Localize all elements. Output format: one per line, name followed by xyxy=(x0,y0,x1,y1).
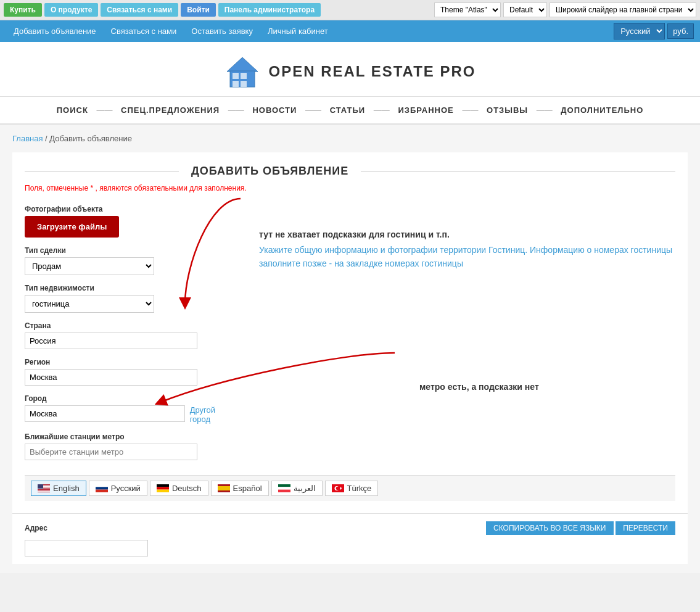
svg-rect-21 xyxy=(218,486,230,490)
lang-tab-ru[interactable]: Русский xyxy=(89,481,147,496)
lang-tab-ar[interactable]: العربية xyxy=(271,481,323,496)
nav-articles[interactable]: СТАТЬИ xyxy=(325,105,371,115)
nav-more[interactable]: ДОПОЛНИТЕЛЬНО xyxy=(556,105,648,115)
slider-select[interactable]: Широкий слайдер на главной страни xyxy=(550,2,696,17)
arrow-2 xyxy=(284,341,407,415)
svg-rect-17 xyxy=(157,484,169,487)
form-container: ДОБАВИТЬ ОБЪЯВЛЕНИЕ Поля, отмеченные * ,… xyxy=(12,152,688,513)
logo-text: OPEN REAL ESTATE PRO xyxy=(268,63,476,80)
svg-rect-14 xyxy=(96,484,108,487)
region-input[interactable] xyxy=(25,369,197,386)
lang-label-ar: العربية xyxy=(294,484,316,493)
breadcrumb: Главная / Добавить объявление xyxy=(12,134,688,143)
nav-favorites[interactable]: ИЗБРАННОЕ xyxy=(393,105,458,115)
region-group: Регион xyxy=(25,358,234,386)
admin-panel-button[interactable]: Панель администратора xyxy=(218,3,321,17)
svg-rect-11 xyxy=(38,490,50,490)
login-button[interactable]: Войти xyxy=(181,3,216,17)
address-section: Адрес СКОПИРОВАТЬ ВО ВСЕ ЯЗЫКИ ПЕРЕВЕСТИ xyxy=(12,513,688,564)
add-listing-nav[interactable]: Добавить объявление xyxy=(6,20,104,42)
flag-en xyxy=(38,484,50,492)
currency-label: руб. xyxy=(667,23,694,39)
flag-ar xyxy=(278,484,290,492)
svg-rect-15 xyxy=(96,487,108,489)
logo-container: OPEN REAL ESTATE PRO xyxy=(224,54,476,88)
title-line-left xyxy=(25,171,179,172)
nav-reviews[interactable]: ОТЗЫВЫ xyxy=(482,105,533,115)
lang-tab-en[interactable]: English xyxy=(31,481,86,496)
svg-marker-0 xyxy=(227,57,258,72)
cabinet-nav[interactable]: Личный кабинет xyxy=(260,20,336,42)
flag-tr xyxy=(332,484,344,492)
svg-rect-4 xyxy=(233,81,239,87)
lang-tab-de[interactable]: Deutsch xyxy=(150,481,208,496)
svg-rect-5 xyxy=(241,81,247,87)
deal-type-select[interactable]: Продам xyxy=(25,257,154,275)
nav-search[interactable]: ПОИСК xyxy=(52,105,93,115)
svg-rect-16 xyxy=(96,490,108,492)
svg-rect-23 xyxy=(278,487,290,489)
metro-input[interactable] xyxy=(25,444,197,460)
nav-special[interactable]: СПЕЦ.ПРЕДЛОЖЕНИЯ xyxy=(116,105,224,115)
svg-rect-22 xyxy=(278,484,290,487)
annotation-text-2: метро есть, а подсказки нет xyxy=(419,382,675,392)
sep5: —— xyxy=(462,105,478,115)
address-label: Адрес xyxy=(25,524,47,532)
lang-label-es: Español xyxy=(233,484,262,493)
svg-rect-12 xyxy=(38,491,50,492)
contact-admin-button[interactable]: Связаться с нами xyxy=(101,3,178,17)
required-star: * xyxy=(90,184,93,192)
metro-label: Ближайшие станции метро xyxy=(25,432,234,441)
svg-rect-10 xyxy=(38,489,50,489)
lang-label-tr: Türkçe xyxy=(347,484,372,493)
country-label: Страна xyxy=(25,321,234,330)
leave-request-nav[interactable]: Оставить заявку xyxy=(184,20,260,42)
sep1: —— xyxy=(96,105,112,115)
svg-rect-24 xyxy=(278,490,290,492)
svg-rect-19 xyxy=(157,490,169,492)
nav-news[interactable]: НОВОСТИ xyxy=(247,105,302,115)
svg-point-27 xyxy=(336,487,339,490)
form-title: ДОБАВИТЬ ОБЪЯВЛЕНИЕ xyxy=(179,165,361,178)
breadcrumb-current: Добавить объявление xyxy=(49,134,132,143)
city-input[interactable] xyxy=(25,405,185,422)
city-group: Город Другой город xyxy=(25,394,234,424)
lang-tabs: English Русский Deutsch xyxy=(25,475,675,501)
country-input[interactable] xyxy=(25,333,197,349)
arrow-1 xyxy=(173,192,253,316)
breadcrumb-home[interactable]: Главная xyxy=(12,134,43,143)
annotation-text-blue: Укажите общую информацию и фотографии те… xyxy=(259,243,675,271)
translate-button[interactable]: ПЕРЕВЕСТИ xyxy=(616,521,675,535)
about-button[interactable]: О продукте xyxy=(44,3,98,17)
lang-tab-es[interactable]: Español xyxy=(211,481,269,496)
sep4: —— xyxy=(374,105,390,115)
logo-area: OPEN REAL ESTATE PRO xyxy=(0,42,700,97)
theme-select[interactable]: Theme "Atlas" xyxy=(434,2,501,17)
lang-label-de: Deutsch xyxy=(172,484,202,493)
upload-button[interactable]: Загрузите файлы xyxy=(25,216,119,238)
language-select[interactable]: Русский xyxy=(614,23,665,39)
svg-rect-3 xyxy=(241,73,247,79)
flag-de xyxy=(157,484,169,492)
region-label: Регион xyxy=(25,358,234,366)
default-select[interactable]: Default xyxy=(503,2,547,17)
other-city-link[interactable]: Другой город xyxy=(190,405,234,424)
lang-label-ru: Русский xyxy=(111,484,141,493)
property-type-select[interactable]: гостиница xyxy=(25,295,154,313)
sep3: —— xyxy=(305,105,321,115)
required-note: Поля, отмеченные * , являются обязательн… xyxy=(25,184,675,192)
sep2: —— xyxy=(228,105,244,115)
lang-tab-tr[interactable]: Türkçe xyxy=(325,481,379,496)
annotation-text-1: тут не хватает подсказки для гостиниц и … xyxy=(259,230,675,239)
main-nav: ПОИСК —— СПЕЦ.ПРЕДЛОЖЕНИЯ —— НОВОСТИ —— … xyxy=(0,97,700,125)
flag-es xyxy=(218,484,230,492)
contact-nav[interactable]: Связаться с нами xyxy=(104,20,184,42)
buy-button[interactable]: Купить xyxy=(4,3,42,17)
form-title-area: ДОБАВИТЬ ОБЪЯВЛЕНИЕ xyxy=(25,165,675,178)
sep6: —— xyxy=(537,105,553,115)
address-input[interactable] xyxy=(25,540,148,556)
logo-icon xyxy=(224,54,261,88)
copy-all-languages-button[interactable]: СКОПИРОВАТЬ ВО ВСЕ ЯЗЫКИ xyxy=(486,521,613,535)
svg-rect-18 xyxy=(157,487,169,489)
country-group: Страна xyxy=(25,321,234,349)
